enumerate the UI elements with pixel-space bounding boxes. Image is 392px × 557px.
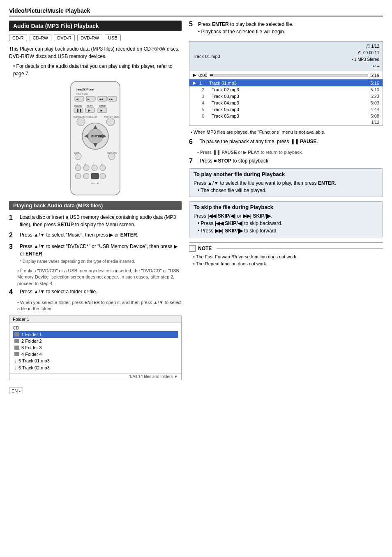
step-5-content: Press ENTER to play back the selected fi… xyxy=(198,21,383,39)
media-badges: CD-R CD-RW DVD-R DVD-RW USB xyxy=(9,35,182,41)
step-4-bullet: • When you select a folder, press ENTER … xyxy=(17,299,182,312)
svg-point-40 xyxy=(83,165,89,171)
folder-preview: Folder 1 CD 1 Folder 1 2 Folder 2 3 Fold… xyxy=(9,316,182,380)
track-title: Track 01.mp3 xyxy=(193,54,220,59)
svg-text:▶: ▶ xyxy=(88,98,90,100)
badge-cdr: CD-R xyxy=(9,35,27,41)
playing-icon: ▶ xyxy=(193,80,196,86)
time-end: 5:16 xyxy=(371,73,379,78)
step-7: 7 Press ■ STOP to stop playback. xyxy=(189,157,383,166)
progress-bar-fill xyxy=(210,74,213,76)
box-play-another-bullet: • The chosen file will be played. xyxy=(198,187,378,194)
step-2: 2 Press ▲/▼ to select "Music", then pres… xyxy=(9,231,182,240)
step-3-text: Press ▲/▼ to select "DVD/CD*" or "USB Me… xyxy=(20,243,182,265)
step-4: 4 Press ▲/▼ to select a folder or file. xyxy=(9,288,182,297)
box-skip-bullet1: • Press |◀◀ SKIP/◀| to skip backward. xyxy=(198,220,378,227)
svg-text:▶: ▶ xyxy=(88,109,91,112)
box-play-another: To play another file during Playback Pre… xyxy=(189,168,383,197)
left-column: Audio Data (MP3 File) Playback CD-R CD-R… xyxy=(9,21,182,380)
svg-text:SETUP: SETUP xyxy=(91,182,99,185)
track-display: Track 01.mp3 🎵 1/12 ⏱ 00:00:11 • 1 MP3 S… xyxy=(189,41,383,126)
folder-tree: CD 1 Folder 1 2 Folder 2 3 Folder 3 4 Fo… xyxy=(9,323,181,373)
step-6-bullet: • Press ❚❚ PAUSE or ▶ PLAY to return to … xyxy=(197,149,383,155)
svg-text:TOP MENU/TITLE LIST: TOP MENU/TITLE LIST xyxy=(73,116,97,118)
svg-text:POP-UP MENU: POP-UP MENU xyxy=(104,116,120,118)
step-1: 1 Load a disc or insert a USB memory dev… xyxy=(9,214,182,228)
box-skip: To skip the file during Playback Press |… xyxy=(189,201,383,237)
music-icon: ♩ xyxy=(14,358,16,364)
svg-point-23 xyxy=(106,118,115,126)
step-3-note: • If only a "DVD/CD" or a USB memory dev… xyxy=(17,268,182,287)
step-6: 6 To pause the playback at any time, pre… xyxy=(189,138,383,146)
intro-text: This Player can play back audio data (MP… xyxy=(9,45,182,60)
track-list: ▶ 1 Track 01.mp3 5:16 2 Track 02.mp3 5:1… xyxy=(189,79,383,119)
step-5-num: 5 xyxy=(189,21,198,28)
note-item-1: • The Fast Forward/Reverse function does… xyxy=(193,253,383,260)
step-4-num: 4 xyxy=(9,288,18,297)
folder-icon xyxy=(14,339,19,343)
badge-usb: USB xyxy=(105,35,121,41)
folder-icon xyxy=(14,346,19,350)
note-icon: 📄 xyxy=(189,245,196,252)
svg-point-43 xyxy=(75,173,81,179)
svg-point-39 xyxy=(75,165,81,171)
svg-text:❚❚: ❚❚ xyxy=(76,109,82,112)
intro-bullet: • For details on the audio data that you… xyxy=(13,63,182,77)
svg-text:ENTER: ENTER xyxy=(91,135,102,138)
note-title: 📄 NOTE xyxy=(189,245,383,252)
list-item: ♩ 5 Track 01.mp3 xyxy=(13,357,178,364)
step-4-text: Press ▲/▼ to select a folder or file. xyxy=(20,288,182,295)
svg-point-34 xyxy=(108,153,115,160)
svg-rect-45 xyxy=(91,173,99,179)
step-2-num: 2 xyxy=(9,231,18,240)
repeat-info: ↩ – xyxy=(342,63,379,70)
right-column: 5 Press ENTER to play back the selected … xyxy=(189,21,383,380)
svg-text:REV      FWD: REV FWD xyxy=(76,93,88,95)
time-start: 0:00 xyxy=(198,73,207,78)
track-row: 3 Track 03.mp3 5:23 xyxy=(189,93,383,100)
svg-point-33 xyxy=(75,153,81,160)
track-row: 6 Track 06.mp3 5:08 xyxy=(189,113,383,119)
svg-rect-18 xyxy=(98,108,107,113)
page-footer: EN - xyxy=(9,388,383,394)
step-2-text: Press ▲/▼ to select "Music", then press … xyxy=(20,231,182,239)
track-progress: ▶ 0:00 5:16 xyxy=(189,71,383,79)
cd-label: CD xyxy=(13,325,178,331)
folder-footer: 1/All 14 files and folders ▼ xyxy=(9,373,181,380)
box-play-another-text: Press ▲/▼ to select the file you want to… xyxy=(194,179,378,187)
track-row: 2 Track 02.mp3 5:10 xyxy=(189,86,383,93)
list-item: 4 Folder 4 xyxy=(13,351,178,357)
badge-cdrw: CD-RW xyxy=(30,35,52,41)
step-5-text: Press ENTER to play back the selected fi… xyxy=(198,21,383,28)
page-num: EN - xyxy=(9,388,23,394)
box-play-another-title: To play another file during Playback xyxy=(194,171,378,177)
svg-text:PLAY: PLAY xyxy=(87,105,93,107)
svg-text:|◀◀ SKIP ▶▶|: |◀◀ SKIP ▶▶| xyxy=(76,88,95,91)
step-1-num: 1 xyxy=(9,214,18,222)
section-header-mp3: Audio Data (MP3 File) Playback xyxy=(9,21,182,31)
svg-point-46 xyxy=(100,173,106,179)
music-icon: ♩ xyxy=(14,365,16,371)
step-5-note: • When MP3 files are played, the "Functi… xyxy=(191,129,383,135)
step-3: 3 Press ▲/▼ to select "DVD/CD*" or "USB … xyxy=(9,243,182,265)
svg-text:■: ■ xyxy=(100,109,102,112)
note-item-2: • The Repeat function does not work. xyxy=(193,260,383,267)
track-counter: 🎵 1/12 xyxy=(342,43,379,50)
folder-preview-title: Folder 1 xyxy=(9,316,181,323)
step-7-num: 7 xyxy=(189,157,198,166)
list-item: 3 Folder 3 xyxy=(13,344,178,351)
badge-dvdrw: DVD-RW xyxy=(77,35,102,41)
step-1-text: Load a disc or insert a USB memory devic… xyxy=(20,214,182,228)
track-display-top: Track 01.mp3 🎵 1/12 ⏱ 00:00:11 • 1 MP3 S… xyxy=(189,42,383,71)
svg-point-41 xyxy=(92,165,97,171)
box-skip-bullet2: • Press ▶▶| SKIP/|▶ to skip forward. xyxy=(198,227,378,234)
track-audio-info: • 1 MP3 Stereo xyxy=(342,56,379,63)
box-skip-text: Press |◀◀ SKIP/◀| or ▶▶| SKIP/|▶. xyxy=(194,212,378,220)
svg-text:STOP: STOP xyxy=(99,105,106,107)
note-section: 📄 NOTE • The Fast Forward/Reverse functi… xyxy=(189,242,383,267)
box-skip-title: To skip the file during Playback xyxy=(194,204,378,210)
svg-point-42 xyxy=(100,165,106,171)
svg-text:◀◀: ◀◀ xyxy=(99,98,103,100)
track-time-info: ⏱ 00:00:11 xyxy=(342,50,379,56)
svg-text:▶▶: ▶▶ xyxy=(109,98,113,100)
